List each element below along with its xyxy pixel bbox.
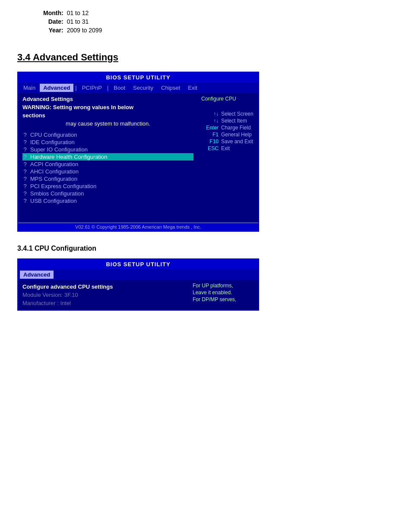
- key-row-general-help: F1 General Help: [201, 131, 255, 138]
- module-version-row: Module Version: 3F.10: [22, 291, 185, 299]
- key-row-charge-field: Enter Charge Field: [201, 124, 255, 131]
- bios-content-2: Configure advanced CPU settings Module V…: [18, 280, 258, 310]
- general-help-label: General Help: [221, 132, 252, 138]
- menu-ide-config[interactable]: ? IDE Configuration: [22, 139, 193, 146]
- menu-ahci-config[interactable]: ? AHCI Configuration: [22, 168, 193, 175]
- nav-boot[interactable]: Boot: [110, 84, 129, 92]
- nav2-advanced[interactable]: Advanced: [20, 271, 54, 279]
- key-help-section: ↑↓ Select Screen ↑↓ Select Item Enter Ch…: [201, 110, 255, 152]
- month-label: Month:: [43, 9, 67, 17]
- menu-mps-config[interactable]: ? MPS Configuration: [22, 175, 193, 183]
- bios-left-panel-1: Advanced Settings WARNING: Setting wrong…: [18, 93, 198, 223]
- nav-pcipnp[interactable]: PCIPnP: [79, 84, 105, 92]
- menu-hardware-health[interactable]: ? Hardware Health Configuration: [22, 153, 193, 161]
- menu-pciexpress-config[interactable]: ? PCI Express Configuration: [22, 183, 193, 190]
- save-exit-label: Save and Exit: [221, 139, 253, 145]
- bios-setup-box-1: BIOS SETUP UTILITY Main Advanced | PCIPn…: [17, 72, 259, 232]
- year-label: Year:: [43, 26, 67, 35]
- key-row-esc-exit: ESC Exit: [201, 145, 255, 152]
- select-screen-label: Select Screen: [221, 111, 254, 117]
- bios-nav-1: Main Advanced | PCIPnP | Boot Security C…: [18, 82, 258, 93]
- charge-field-label: Charge Field: [221, 125, 251, 131]
- cpu-settings-title: Configure advanced CPU settings: [22, 283, 185, 291]
- bios-content-1: Advanced Settings WARNING: Setting wrong…: [18, 93, 258, 223]
- bios-right-panel-1: Configure CPU ↑↓ Select Screen ↑↓ Select…: [198, 93, 258, 223]
- menu-superio-config[interactable]: ? Super IO Configuration: [22, 146, 193, 153]
- section-341-heading: 3.4.1 CPU Configuration: [17, 245, 395, 252]
- date-value: 01 to 31: [67, 17, 106, 26]
- bios-nav-2: Advanced: [18, 269, 258, 280]
- key-row-select-item: ↑↓ Select Item: [201, 117, 255, 124]
- nav-chipset[interactable]: Chipset: [158, 84, 184, 92]
- menu-acpi-config[interactable]: ? ACPI Configuration: [22, 161, 193, 168]
- nav-advanced[interactable]: Advanced: [40, 84, 73, 92]
- menu-usb-config[interactable]: ? USB Configuration: [22, 197, 193, 205]
- help-line-3: For DP/MP serves,: [193, 296, 255, 302]
- nav-exit[interactable]: Exit: [184, 84, 201, 92]
- key-row-select-screen: ↑↓ Select Screen: [201, 110, 255, 117]
- bios-title-bar-2: BIOS SETUP UTILITY: [18, 259, 258, 269]
- manufacturer-row: Manufacturer : Intel: [22, 299, 185, 307]
- month-value: 01 to 12: [67, 9, 106, 17]
- esc-exit-label: Exit: [221, 145, 230, 151]
- year-value: 2009 to 2099: [67, 26, 106, 35]
- help-line-2: Leave it enabled.: [193, 290, 255, 296]
- advanced-settings-title: Advanced Settings: [22, 96, 193, 102]
- warning-line2: sections: [22, 112, 193, 119]
- warning-line1: WARNING: Setting wrong values In below: [22, 104, 193, 110]
- warning-line3: may cause system to malfunction.: [22, 120, 193, 127]
- date-info-section: Month: 01 to 12 Date: 01 to 31 Year: 200…: [43, 9, 395, 35]
- bios-title-bar-1: BIOS SETUP UTILITY: [18, 72, 258, 82]
- help-line-1: For UP platforms,: [193, 283, 255, 289]
- bios-left-panel-2: Configure advanced CPU settings Module V…: [18, 280, 189, 310]
- menu-smbios-config[interactable]: ? Smbios Configuration: [22, 190, 193, 197]
- select-item-label: Select Item: [221, 118, 247, 124]
- date-label: Date:: [43, 17, 67, 26]
- menu-cpu-config[interactable]: ? CPU Configuration: [22, 131, 193, 139]
- nav-security[interactable]: Security: [130, 84, 157, 92]
- bios-footer-1: V02.61 © Copyright 1985-2006 American Me…: [18, 223, 258, 231]
- nav-main[interactable]: Main: [20, 84, 39, 92]
- bios-right-panel-2: For UP platforms, Leave it enabled. For …: [189, 280, 258, 310]
- key-row-save-exit: F10 Save and Exit: [201, 138, 255, 145]
- bios-setup-box-2: BIOS SETUP UTILITY Advanced Configure ad…: [17, 258, 259, 311]
- bios-help-text: Configure CPU: [201, 96, 255, 102]
- section-34-heading: 3.4 Advanced Settings: [17, 52, 395, 63]
